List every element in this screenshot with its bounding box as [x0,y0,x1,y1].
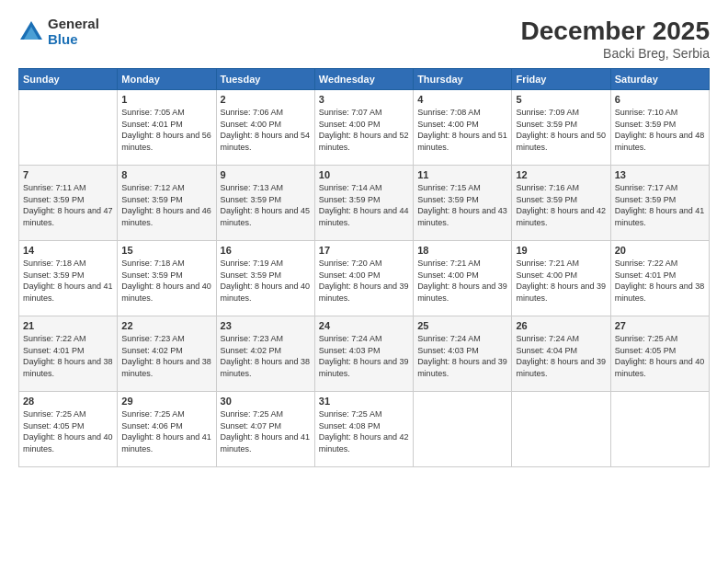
day-number: 13 [615,169,705,180]
day-number: 22 [121,320,211,331]
day-number: 26 [516,320,606,331]
cell-details: Sunrise: 7:18 AMSunset: 3:59 PMDaylight:… [121,258,211,304]
calendar-cell: 22Sunrise: 7:23 AMSunset: 4:02 PMDayligh… [118,316,216,392]
cell-details: Sunrise: 7:25 AMSunset: 4:05 PMDaylight:… [23,408,113,454]
day-number: 10 [319,169,409,180]
day-number: 12 [516,169,606,180]
day-number: 19 [516,245,606,256]
calendar-cell: 20Sunrise: 7:22 AMSunset: 4:01 PMDayligh… [610,241,709,316]
day-number: 27 [615,320,705,331]
cell-details: Sunrise: 7:09 AMSunset: 3:59 PMDaylight:… [516,107,606,153]
cell-details: Sunrise: 7:25 AMSunset: 4:07 PMDaylight:… [221,408,311,454]
day-number: 5 [516,94,606,105]
calendar-cell [512,392,610,467]
calendar-cell: 8Sunrise: 7:12 AMSunset: 3:59 PMDaylight… [118,166,216,241]
cell-details: Sunrise: 7:23 AMSunset: 4:02 PMDaylight:… [121,333,211,379]
col-header-tuesday: Tuesday [216,69,314,90]
calendar-week-row: 7Sunrise: 7:11 AMSunset: 3:59 PMDaylight… [19,166,710,241]
calendar-cell: 6Sunrise: 7:10 AMSunset: 3:59 PMDaylight… [610,90,709,166]
day-number: 14 [23,245,113,256]
calendar-week-row: 21Sunrise: 7:22 AMSunset: 4:01 PMDayligh… [19,316,710,392]
calendar-cell [19,90,118,166]
calendar-cell: 5Sunrise: 7:09 AMSunset: 3:59 PMDaylight… [512,90,610,166]
cell-details: Sunrise: 7:25 AMSunset: 4:05 PMDaylight:… [615,333,705,379]
col-header-friday: Friday [512,69,610,90]
cell-details: Sunrise: 7:11 AMSunset: 3:59 PMDaylight:… [23,182,113,228]
calendar-cell: 18Sunrise: 7:21 AMSunset: 4:00 PMDayligh… [414,241,512,316]
cell-details: Sunrise: 7:21 AMSunset: 4:00 PMDaylight:… [516,258,606,304]
day-number: 29 [121,396,211,407]
logo-icon [18,19,44,45]
day-number: 15 [121,245,211,256]
cell-details: Sunrise: 7:08 AMSunset: 4:00 PMDaylight:… [417,107,507,153]
day-number: 31 [319,396,409,407]
calendar-cell: 13Sunrise: 7:17 AMSunset: 3:59 PMDayligh… [610,166,709,241]
calendar-cell: 30Sunrise: 7:25 AMSunset: 4:07 PMDayligh… [216,392,314,467]
day-number: 25 [417,320,507,331]
day-number: 24 [319,320,409,331]
calendar-cell: 24Sunrise: 7:24 AMSunset: 4:03 PMDayligh… [314,316,413,392]
day-number: 8 [121,169,211,180]
cell-details: Sunrise: 7:12 AMSunset: 3:59 PMDaylight:… [121,182,211,228]
page: General Blue December 2025 Backi Breg, S… [0,0,728,563]
calendar-cell: 14Sunrise: 7:18 AMSunset: 3:59 PMDayligh… [19,241,118,316]
calendar-cell: 12Sunrise: 7:16 AMSunset: 3:59 PMDayligh… [512,166,610,241]
calendar-cell: 7Sunrise: 7:11 AMSunset: 3:59 PMDaylight… [19,166,118,241]
day-number: 20 [615,245,705,256]
calendar-cell: 19Sunrise: 7:21 AMSunset: 4:00 PMDayligh… [512,241,610,316]
day-number: 3 [319,94,409,105]
logo-text: General Blue [48,17,99,47]
day-number: 17 [319,245,409,256]
day-number: 18 [417,245,507,256]
calendar-cell: 4Sunrise: 7:08 AMSunset: 4:00 PMDaylight… [414,90,512,166]
logo-blue: Blue [48,32,99,48]
logo: General Blue [18,17,99,47]
calendar-cell: 3Sunrise: 7:07 AMSunset: 4:00 PMDaylight… [314,90,413,166]
day-number: 7 [23,169,113,180]
cell-details: Sunrise: 7:06 AMSunset: 4:00 PMDaylight:… [221,107,311,153]
col-header-thursday: Thursday [414,69,512,90]
calendar-cell: 23Sunrise: 7:23 AMSunset: 4:02 PMDayligh… [216,316,314,392]
calendar-week-row: 28Sunrise: 7:25 AMSunset: 4:05 PMDayligh… [19,392,710,467]
day-number: 1 [121,94,211,105]
cell-details: Sunrise: 7:17 AMSunset: 3:59 PMDaylight:… [615,182,705,228]
cell-details: Sunrise: 7:16 AMSunset: 3:59 PMDaylight:… [516,182,606,228]
col-header-monday: Monday [118,69,216,90]
calendar-table: SundayMondayTuesdayWednesdayThursdayFrid… [18,68,710,467]
calendar-cell: 29Sunrise: 7:25 AMSunset: 4:06 PMDayligh… [118,392,216,467]
cell-details: Sunrise: 7:23 AMSunset: 4:02 PMDaylight:… [221,333,311,379]
calendar-cell: 15Sunrise: 7:18 AMSunset: 3:59 PMDayligh… [118,241,216,316]
cell-details: Sunrise: 7:20 AMSunset: 4:00 PMDaylight:… [319,258,409,304]
calendar-cell: 11Sunrise: 7:15 AMSunset: 3:59 PMDayligh… [414,166,512,241]
calendar-cell: 25Sunrise: 7:24 AMSunset: 4:03 PMDayligh… [414,316,512,392]
calendar-header-row: SundayMondayTuesdayWednesdayThursdayFrid… [19,69,710,90]
month-title: December 2025 [521,17,710,46]
day-number: 23 [221,320,311,331]
cell-details: Sunrise: 7:07 AMSunset: 4:00 PMDaylight:… [319,107,409,153]
calendar-cell: 9Sunrise: 7:13 AMSunset: 3:59 PMDaylight… [216,166,314,241]
calendar-week-row: 14Sunrise: 7:18 AMSunset: 3:59 PMDayligh… [19,241,710,316]
calendar-cell: 17Sunrise: 7:20 AMSunset: 4:00 PMDayligh… [314,241,413,316]
header: General Blue December 2025 Backi Breg, S… [18,17,710,61]
cell-details: Sunrise: 7:25 AMSunset: 4:06 PMDaylight:… [121,408,211,454]
calendar-cell [610,392,709,467]
cell-details: Sunrise: 7:25 AMSunset: 4:08 PMDaylight:… [319,408,409,454]
day-number: 2 [221,94,311,105]
day-number: 16 [221,245,311,256]
col-header-sunday: Sunday [19,69,118,90]
day-number: 28 [23,396,113,407]
calendar-week-row: 1Sunrise: 7:05 AMSunset: 4:01 PMDaylight… [19,90,710,166]
cell-details: Sunrise: 7:05 AMSunset: 4:01 PMDaylight:… [121,107,211,153]
title-block: December 2025 Backi Breg, Serbia [521,17,710,61]
cell-details: Sunrise: 7:22 AMSunset: 4:01 PMDaylight:… [23,333,113,379]
calendar-cell: 16Sunrise: 7:19 AMSunset: 3:59 PMDayligh… [216,241,314,316]
calendar-cell [414,392,512,467]
calendar-cell: 28Sunrise: 7:25 AMSunset: 4:05 PMDayligh… [19,392,118,467]
cell-details: Sunrise: 7:19 AMSunset: 3:59 PMDaylight:… [221,258,311,304]
calendar-cell: 26Sunrise: 7:24 AMSunset: 4:04 PMDayligh… [512,316,610,392]
day-number: 21 [23,320,113,331]
col-header-wednesday: Wednesday [314,69,413,90]
day-number: 4 [417,94,507,105]
cell-details: Sunrise: 7:18 AMSunset: 3:59 PMDaylight:… [23,258,113,304]
calendar-cell: 10Sunrise: 7:14 AMSunset: 3:59 PMDayligh… [314,166,413,241]
